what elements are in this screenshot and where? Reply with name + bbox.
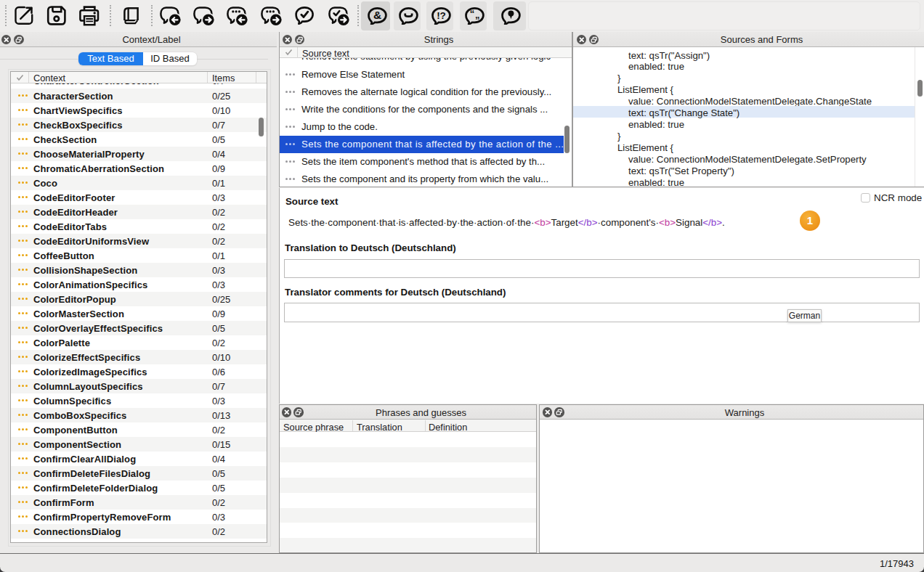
svg-text:„: „ [475, 9, 480, 20]
svg-text:&: & [373, 9, 381, 21]
svg-text:!?: !? [437, 10, 446, 21]
svg-text:“: “ [470, 8, 475, 19]
